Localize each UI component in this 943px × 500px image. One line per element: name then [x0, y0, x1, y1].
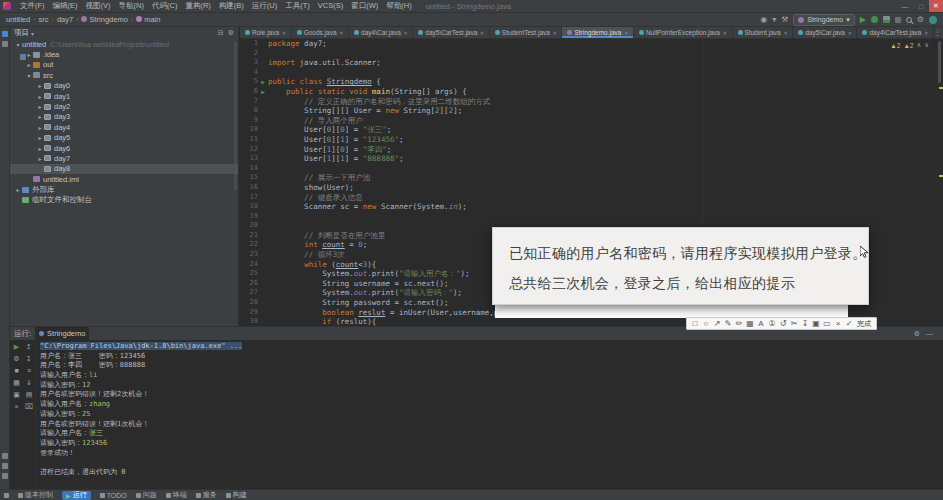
line-number[interactable]: 10 [240, 125, 258, 135]
mosaic-tool-icon[interactable]: ▦ [745, 320, 755, 328]
undo-icon[interactable]: ↺ [778, 320, 788, 328]
line-number[interactable]: 20 [240, 221, 258, 231]
breadcrumb-item[interactable]: Stringdemo [81, 15, 127, 24]
console-output[interactable]: "C:\Program Files\Java\jdk-1.8\bin\java.… [40, 342, 939, 489]
favorites-tool-icon[interactable] [2, 463, 8, 469]
line-number[interactable]: 23 [240, 250, 258, 260]
editor-tab[interactable]: Stringdemo.java× [562, 27, 634, 38]
tree-item[interactable]: ▸day4 [10, 122, 238, 132]
code-line[interactable]: 3import java.util.Scanner; [240, 58, 943, 68]
soft-wrap-icon[interactable]: ≡ [27, 367, 31, 374]
close-tab-icon[interactable]: × [553, 30, 557, 36]
statusbar-item-run[interactable]: ▶运行 [62, 491, 91, 500]
prev-issue-icon[interactable]: ∧ [916, 41, 921, 49]
breadcrumb-item[interactable]: untitled [6, 15, 30, 24]
commit-tool-icon[interactable] [2, 41, 8, 47]
statusbar-item-problem[interactable]: 问题 [136, 490, 157, 500]
close-icon[interactable]: × [14, 403, 18, 410]
warning-stripe-mark[interactable] [939, 175, 943, 177]
stop-button[interactable] [895, 17, 901, 23]
editor-tab[interactable]: NullPointerException.java× [634, 27, 733, 38]
breadcrumb-item[interactable]: src [39, 15, 49, 24]
tree-item[interactable]: ▸day6 [10, 143, 238, 153]
next-issue-icon[interactable]: ∨ [924, 41, 929, 49]
search-icon[interactable] [906, 17, 912, 23]
chevron-icon[interactable]: ▸ [36, 103, 44, 110]
menu-item[interactable]: VCS(S) [314, 1, 347, 11]
stop-button[interactable]: ■ [14, 367, 18, 374]
line-number[interactable]: 25 [240, 269, 258, 279]
code-line[interactable]: 11 User[0][1] = "123456"; [240, 135, 943, 145]
chevron-icon[interactable]: ▸ [36, 124, 44, 131]
menu-item[interactable]: 重构(R) [181, 1, 214, 11]
line-number[interactable]: 5 [240, 77, 258, 87]
menu-item[interactable]: 导航(N) [115, 1, 148, 11]
run-gutter-icon[interactable]: ▶ [258, 87, 268, 97]
line-number[interactable]: 4 [240, 68, 258, 78]
run-tab[interactable]: Stringdemo [35, 327, 89, 340]
run-settings-gear-icon[interactable]: ⚙ [914, 330, 920, 338]
editor-tab[interactable]: day5\CarTest.java× [413, 27, 490, 38]
project-header-icon[interactable]: ⊟ [218, 29, 224, 37]
tree-item[interactable]: ▸day7 [10, 153, 238, 163]
line-number[interactable]: 11 [240, 135, 258, 145]
code-line[interactable]: 10 User[0][0] = "张三"; [240, 125, 943, 135]
line-number[interactable]: 15 [240, 173, 258, 183]
project-header-icon[interactable]: ⚙ [228, 29, 234, 37]
tree-item[interactable]: ▸.idea [10, 49, 238, 59]
maximize-button[interactable]: □ [913, 0, 929, 12]
menu-item[interactable]: 文件(F) [16, 1, 49, 11]
close-tab-icon[interactable]: × [924, 30, 928, 36]
code-line[interactable]: 16 show(User); [240, 183, 943, 193]
chevron-icon[interactable]: ▸ [36, 113, 44, 120]
statusbar-item-build[interactable]: 构建 [226, 490, 247, 500]
down-stack-trace-icon[interactable]: ↧ [26, 355, 32, 362]
chevron-icon[interactable]: ▸ [36, 155, 44, 162]
project-scrollbar[interactable] [234, 41, 237, 191]
debug-button[interactable] [871, 16, 878, 23]
editor-tab[interactable]: day5\Car.java× [793, 27, 857, 38]
editor-tab[interactable]: day4\Car.java× [349, 27, 413, 38]
line-number[interactable]: 6 [240, 87, 258, 97]
menu-item[interactable]: 视图(V) [82, 1, 115, 11]
pin-icon[interactable]: ▭ [822, 320, 832, 328]
run-gutter-icon[interactable]: ▶ [258, 77, 268, 87]
settings-gear-icon[interactable]: ⚙ [917, 16, 924, 24]
line-number[interactable]: 29 [240, 308, 258, 318]
arrow-tool-icon[interactable]: ↗ [712, 320, 722, 328]
line-number[interactable]: 17 [240, 193, 258, 203]
user-icon[interactable]: ◉ [760, 16, 767, 24]
statusbar-item-branch[interactable]: 版本控制 [18, 490, 53, 500]
statusbar-item-list[interactable]: TODO [100, 492, 127, 499]
tool-window-toggle-icon[interactable] [4, 493, 9, 498]
text-tool-icon[interactable]: A [756, 320, 766, 328]
structure-tool-icon[interactable] [2, 453, 8, 459]
chevron-icon[interactable]: ▸ [36, 145, 44, 152]
code-line[interactable]: 9 // 导入两个用户 [240, 116, 943, 126]
line-number[interactable]: 16 [240, 183, 258, 193]
chevron-icon[interactable]: ▾ [14, 41, 22, 48]
terminal-tool-icon[interactable] [2, 473, 8, 479]
line-number[interactable]: 26 [240, 279, 258, 289]
editor-tab[interactable]: StudentTest.java× [490, 27, 563, 38]
menu-item[interactable]: 工具(T) [281, 1, 314, 11]
chevron-icon[interactable]: ▸ [36, 82, 44, 89]
chevron-icon[interactable]: ▸ [14, 186, 22, 193]
warning-stripe-mark[interactable] [939, 87, 943, 89]
line-number[interactable]: 18 [240, 202, 258, 212]
region-tool-icon[interactable]: ✂ [789, 320, 799, 328]
code-line[interactable]: 1package day7; [240, 39, 943, 49]
tree-item[interactable]: ▸day1 [10, 91, 238, 101]
tree-item[interactable]: 临时文件和控制台 [10, 195, 238, 205]
menu-item[interactable]: 编辑(E) [49, 1, 82, 11]
breadcrumb-item[interactable]: day7 [57, 15, 73, 24]
tree-item[interactable]: ▸out [10, 60, 238, 70]
close-tab-icon[interactable]: × [282, 30, 286, 36]
chevron-icon[interactable]: ▸ [36, 93, 44, 100]
inspection-widget[interactable]: ▲2 ▲2 ∧ ∨ [890, 41, 929, 49]
close-tab-icon[interactable]: × [848, 30, 852, 36]
tree-item[interactable]: ▸day2 [10, 101, 238, 111]
step-number-tool-icon[interactable]: ① [767, 320, 777, 328]
up-stack-trace-icon[interactable]: ↥ [26, 343, 32, 350]
code-line[interactable]: 4 [240, 68, 943, 78]
